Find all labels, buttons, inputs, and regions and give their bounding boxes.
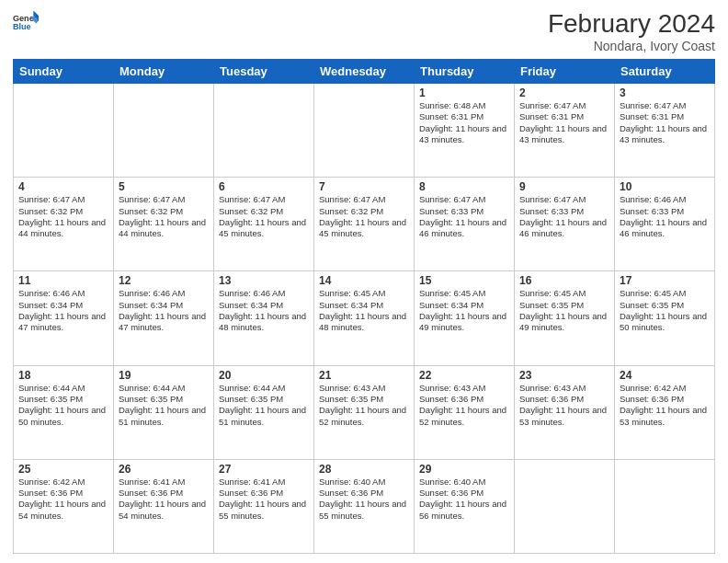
day-info: Sunrise: 6:41 AM Sunset: 6:36 PM Dayligh…: [119, 477, 209, 522]
day-info: Sunrise: 6:45 AM Sunset: 6:35 PM Dayligh…: [519, 288, 609, 333]
day-number: 5: [119, 180, 209, 193]
day-info: Sunrise: 6:47 AM Sunset: 6:31 PM Dayligh…: [620, 100, 710, 145]
table-row: 11Sunrise: 6:46 AM Sunset: 6:34 PM Dayli…: [14, 271, 114, 365]
table-row: 1Sunrise: 6:48 AM Sunset: 6:31 PM Daylig…: [415, 84, 515, 178]
day-info: Sunrise: 6:46 AM Sunset: 6:33 PM Dayligh…: [620, 194, 710, 239]
table-row: [515, 459, 615, 553]
day-info: Sunrise: 6:43 AM Sunset: 6:35 PM Dayligh…: [319, 383, 409, 428]
table-row: 25Sunrise: 6:42 AM Sunset: 6:36 PM Dayli…: [14, 459, 114, 553]
col-thursday: Thursday: [415, 60, 515, 84]
table-row: 2Sunrise: 6:47 AM Sunset: 6:31 PM Daylig…: [515, 84, 615, 178]
title-block: February 2024 Nondara, Ivory Coast: [548, 9, 715, 53]
day-info: Sunrise: 6:40 AM Sunset: 6:36 PM Dayligh…: [419, 477, 509, 522]
table-row: 28Sunrise: 6:40 AM Sunset: 6:36 PM Dayli…: [314, 459, 415, 553]
page: General Blue February 2024 Nondara, Ivor…: [0, 0, 728, 563]
table-row: 6Sunrise: 6:47 AM Sunset: 6:32 PM Daylig…: [214, 178, 314, 271]
table-row: [14, 84, 114, 178]
table-row: 20Sunrise: 6:44 AM Sunset: 6:35 PM Dayli…: [214, 365, 314, 459]
day-number: 29: [419, 463, 509, 476]
svg-text:Blue: Blue: [13, 22, 31, 31]
day-number: 14: [319, 274, 409, 287]
table-row: 19Sunrise: 6:44 AM Sunset: 6:35 PM Dayli…: [114, 365, 214, 459]
generalblue-logo-icon: General Blue: [13, 9, 39, 35]
day-number: 28: [319, 463, 409, 476]
day-info: Sunrise: 6:48 AM Sunset: 6:31 PM Dayligh…: [419, 100, 509, 145]
day-info: Sunrise: 6:47 AM Sunset: 6:32 PM Dayligh…: [18, 194, 108, 239]
day-number: 24: [620, 369, 710, 382]
day-number: 21: [319, 369, 409, 382]
table-row: [615, 459, 715, 553]
day-info: Sunrise: 6:40 AM Sunset: 6:36 PM Dayligh…: [319, 477, 409, 522]
day-info: Sunrise: 6:47 AM Sunset: 6:32 PM Dayligh…: [219, 194, 309, 239]
day-number: 15: [419, 274, 509, 287]
table-row: 14Sunrise: 6:45 AM Sunset: 6:34 PM Dayli…: [314, 271, 415, 365]
day-info: Sunrise: 6:45 AM Sunset: 6:34 PM Dayligh…: [319, 288, 409, 333]
table-row: 3Sunrise: 6:47 AM Sunset: 6:31 PM Daylig…: [615, 84, 715, 178]
day-info: Sunrise: 6:47 AM Sunset: 6:32 PM Dayligh…: [319, 194, 409, 239]
day-number: 9: [519, 180, 609, 193]
table-row: 12Sunrise: 6:46 AM Sunset: 6:34 PM Dayli…: [114, 271, 214, 365]
table-row: [214, 84, 314, 178]
day-info: Sunrise: 6:45 AM Sunset: 6:34 PM Dayligh…: [419, 288, 509, 333]
day-info: Sunrise: 6:47 AM Sunset: 6:33 PM Dayligh…: [519, 194, 609, 239]
table-row: 7Sunrise: 6:47 AM Sunset: 6:32 PM Daylig…: [314, 178, 415, 271]
table-row: [314, 84, 415, 178]
day-number: 22: [419, 369, 509, 382]
table-row: 22Sunrise: 6:43 AM Sunset: 6:36 PM Dayli…: [415, 365, 515, 459]
day-number: 27: [219, 463, 309, 476]
day-number: 23: [519, 369, 609, 382]
table-row: 15Sunrise: 6:45 AM Sunset: 6:34 PM Dayli…: [415, 271, 515, 365]
day-number: 16: [519, 274, 609, 287]
day-info: Sunrise: 6:41 AM Sunset: 6:36 PM Dayligh…: [219, 477, 309, 522]
col-tuesday: Tuesday: [214, 60, 314, 84]
calendar-week-row: 4Sunrise: 6:47 AM Sunset: 6:32 PM Daylig…: [14, 178, 715, 271]
table-row: 18Sunrise: 6:44 AM Sunset: 6:35 PM Dayli…: [14, 365, 114, 459]
table-row: 17Sunrise: 6:45 AM Sunset: 6:35 PM Dayli…: [615, 271, 715, 365]
location-subtitle: Nondara, Ivory Coast: [548, 39, 715, 53]
header: General Blue February 2024 Nondara, Ivor…: [13, 9, 715, 53]
table-row: 16Sunrise: 6:45 AM Sunset: 6:35 PM Dayli…: [515, 271, 615, 365]
day-number: 26: [119, 463, 209, 476]
table-row: [114, 84, 214, 178]
day-number: 12: [119, 274, 209, 287]
day-number: 1: [419, 86, 509, 99]
day-number: 4: [18, 180, 108, 193]
logo: General Blue: [13, 9, 39, 35]
table-row: 23Sunrise: 6:43 AM Sunset: 6:36 PM Dayli…: [515, 365, 615, 459]
day-number: 3: [620, 86, 710, 99]
day-info: Sunrise: 6:44 AM Sunset: 6:35 PM Dayligh…: [219, 383, 309, 428]
day-info: Sunrise: 6:46 AM Sunset: 6:34 PM Dayligh…: [119, 288, 209, 333]
calendar-table: Sunday Monday Tuesday Wednesday Thursday…: [13, 59, 715, 554]
table-row: 26Sunrise: 6:41 AM Sunset: 6:36 PM Dayli…: [114, 459, 214, 553]
calendar-week-row: 11Sunrise: 6:46 AM Sunset: 6:34 PM Dayli…: [14, 271, 715, 365]
day-number: 17: [620, 274, 710, 287]
day-info: Sunrise: 6:46 AM Sunset: 6:34 PM Dayligh…: [18, 288, 108, 333]
day-info: Sunrise: 6:46 AM Sunset: 6:34 PM Dayligh…: [219, 288, 309, 333]
table-row: 9Sunrise: 6:47 AM Sunset: 6:33 PM Daylig…: [515, 178, 615, 271]
col-friday: Friday: [515, 60, 615, 84]
calendar-week-row: 25Sunrise: 6:42 AM Sunset: 6:36 PM Dayli…: [14, 459, 715, 553]
table-row: 4Sunrise: 6:47 AM Sunset: 6:32 PM Daylig…: [14, 178, 114, 271]
table-row: 10Sunrise: 6:46 AM Sunset: 6:33 PM Dayli…: [615, 178, 715, 271]
day-number: 13: [219, 274, 309, 287]
calendar-week-row: 1Sunrise: 6:48 AM Sunset: 6:31 PM Daylig…: [14, 84, 715, 178]
day-number: 11: [18, 274, 108, 287]
col-sunday: Sunday: [14, 60, 114, 84]
day-info: Sunrise: 6:47 AM Sunset: 6:33 PM Dayligh…: [419, 194, 509, 239]
table-row: 5Sunrise: 6:47 AM Sunset: 6:32 PM Daylig…: [114, 178, 214, 271]
table-row: 13Sunrise: 6:46 AM Sunset: 6:34 PM Dayli…: [214, 271, 314, 365]
day-number: 19: [119, 369, 209, 382]
day-info: Sunrise: 6:44 AM Sunset: 6:35 PM Dayligh…: [119, 383, 209, 428]
day-number: 7: [319, 180, 409, 193]
month-year-title: February 2024: [548, 9, 715, 39]
col-saturday: Saturday: [615, 60, 715, 84]
day-info: Sunrise: 6:43 AM Sunset: 6:36 PM Dayligh…: [519, 383, 609, 428]
day-info: Sunrise: 6:42 AM Sunset: 6:36 PM Dayligh…: [620, 383, 710, 428]
day-number: 10: [620, 180, 710, 193]
day-info: Sunrise: 6:42 AM Sunset: 6:36 PM Dayligh…: [18, 477, 108, 522]
calendar-week-row: 18Sunrise: 6:44 AM Sunset: 6:35 PM Dayli…: [14, 365, 715, 459]
table-row: 8Sunrise: 6:47 AM Sunset: 6:33 PM Daylig…: [415, 178, 515, 271]
col-wednesday: Wednesday: [314, 60, 415, 84]
day-number: 2: [519, 86, 609, 99]
day-info: Sunrise: 6:47 AM Sunset: 6:31 PM Dayligh…: [519, 100, 609, 145]
